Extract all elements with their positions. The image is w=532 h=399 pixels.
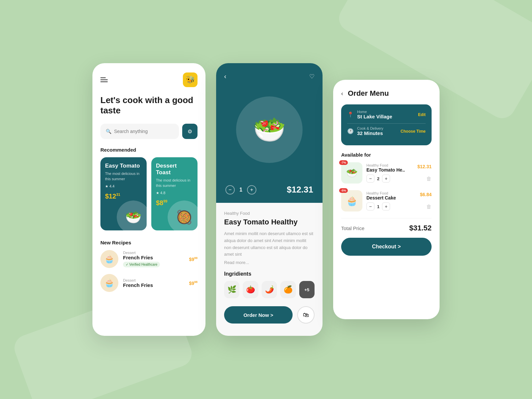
card1-desc: The most delicious in this summer: [105, 171, 142, 182]
search-icon: 🔍: [106, 129, 111, 134]
card1-title: Easy Tomato: [105, 163, 142, 169]
new-recipes-label: New Recipes: [100, 240, 198, 245]
location-row: 📍 Home St Lake Village Edit: [347, 110, 426, 119]
order-item2-name: Dessert Cake: [366, 195, 416, 200]
card2-emoji: 🥘: [168, 200, 198, 230]
quantity-increase[interactable]: +: [247, 185, 256, 195]
phone-order: ‹ Order Menu 📍 Home St Lake Village Edit…: [333, 80, 440, 319]
food-category: Healthy Food: [224, 211, 315, 216]
order-item2-info: Healthy Food Dessert Cake − 1 +: [366, 191, 416, 210]
filter-button[interactable]: ⚙: [182, 124, 198, 139]
menu-button[interactable]: [100, 77, 108, 82]
more-ingredients[interactable]: +5: [299, 281, 315, 298]
dish-display: 🥗: [216, 80, 323, 179]
bag-icon: 🛍: [303, 312, 309, 319]
order-header: ‹ Order Menu: [341, 89, 432, 98]
item2-decrease[interactable]: −: [366, 202, 374, 210]
item2-increase[interactable]: +: [382, 202, 390, 210]
recommended-cards: Easy Tomato The most delicious in this s…: [100, 157, 198, 230]
recipe1-image: 🧁: [100, 250, 118, 268]
ingredient-4: 🍊: [280, 281, 296, 298]
order-item1-name: Easy Tomato He..: [366, 167, 413, 173]
avatar-button[interactable]: 🐝: [183, 72, 198, 87]
location-icon: 📍: [347, 111, 354, 118]
available-label: Available for: [341, 152, 432, 158]
detail-nav: ‹ ♡: [216, 63, 323, 80]
food-card-1[interactable]: Easy Tomato The most delicious in this s…: [100, 157, 147, 230]
recipe1-name: French Fries: [123, 255, 184, 260]
recipe-item-2[interactable]: 🧁 Dessert French Fries $998: [100, 274, 198, 292]
search-box[interactable]: 🔍: [100, 124, 179, 139]
recipe-item-1[interactable]: 🧁 Dessert French Fries ✓ Verified Health…: [100, 250, 198, 268]
recommended-label: Recommended: [100, 147, 198, 153]
location-card: 📍 Home St Lake Village Edit 🕐 Cook & Del…: [341, 104, 432, 145]
delivery-label: Cook & Delivery: [357, 126, 397, 130]
search-row: 🔍 ⚙: [100, 124, 198, 139]
bag-button[interactable]: 🛍: [297, 306, 315, 324]
order-back-button[interactable]: ‹: [341, 90, 343, 97]
item1-delete-button[interactable]: 🗑: [426, 176, 432, 182]
item1-decrease[interactable]: −: [366, 175, 374, 183]
order-item1-info: Healthy Food Easy Tomato He.. − 2 +: [366, 163, 413, 183]
total-row: Total Price $31.52: [341, 224, 432, 232]
item1-increase[interactable]: +: [382, 175, 390, 183]
order-item1-category: Healthy Food: [366, 163, 413, 167]
total-divider: [341, 218, 432, 218]
detail-top: ‹ ♡ 🥗 − 1 + $12.31: [216, 63, 323, 203]
order-item2-discount: -5%: [339, 188, 348, 193]
recipe1-badge: ✓ Verified Healthcare: [123, 262, 160, 267]
recipe2-info: Dessert French Fries: [123, 278, 184, 288]
order-item2-image: 🧁 -5%: [341, 190, 362, 211]
card1-price: $1231: [105, 193, 142, 200]
home-header: 🐝: [100, 72, 198, 87]
order-now-button[interactable]: Order Now >: [224, 306, 293, 324]
total-label: Total Price: [341, 225, 364, 231]
item2-quantity: 1: [377, 204, 379, 209]
order-item1-price: $12.31: [417, 164, 432, 169]
recipe1-info: Dessert French Fries ✓ Verified Healthca…: [123, 251, 184, 267]
avatar-emoji: 🐝: [186, 75, 195, 84]
order-item2-emoji: 🧁: [346, 196, 358, 206]
checkout-button[interactable]: Checkout >: [341, 238, 432, 256]
quantity-value: 1: [239, 187, 242, 193]
recipe2-name: French Fries: [123, 282, 184, 288]
search-input[interactable]: [114, 129, 174, 134]
food-card-2[interactable]: Dessert Toast The most delicious in this…: [151, 157, 198, 230]
location-divider: [347, 123, 426, 124]
ingredients-list: 🌿 🍅 🌶️ 🍊 +5: [224, 281, 315, 298]
card1-image: 🥗: [117, 200, 147, 230]
back-button[interactable]: ‹: [224, 72, 226, 80]
quantity-decrease[interactable]: −: [225, 185, 235, 195]
order-item1-qty: − 2 +: [366, 175, 413, 183]
quantity-controls: − 1 +: [225, 185, 256, 195]
ingredient-1: 🌿: [224, 281, 239, 298]
delivery-row: 🕐 Cook & Delivery 32 Minutes Choose Time: [347, 126, 426, 136]
dish-price: $12.31: [287, 185, 313, 195]
food-name: Easy Tomato Healthy: [224, 218, 315, 226]
order-item1-emoji: 🥗: [346, 168, 358, 179]
ingredient-3: 🌶️: [262, 281, 277, 298]
ingredients-label: Ingridients: [224, 271, 315, 277]
delivery-text: Cook & Delivery 32 Minutes: [357, 126, 397, 136]
order-item2-category: Healthy Food: [366, 191, 416, 195]
card2-desc: The most delicious in this summer: [156, 178, 193, 188]
phone-home: 🐝 Let's cook with a good taste 🔍 ⚙ Recom…: [92, 63, 205, 336]
filter-icon: ⚙: [188, 128, 192, 135]
card2-title: Dessert Toast: [156, 163, 193, 176]
item2-delete-button[interactable]: 🗑: [426, 204, 432, 210]
order-item2-qty: − 1 +: [366, 202, 416, 210]
wishlist-button[interactable]: ♡: [309, 73, 315, 80]
food-description: Amet minim mollit non deserunt ullamco e…: [224, 230, 315, 258]
item1-quantity: 2: [377, 176, 379, 181]
order-item-1: 🥗 -7% Healthy Food Easy Tomato He.. − 2 …: [341, 162, 432, 184]
total-price: $31.52: [409, 224, 432, 232]
location-value: St Lake Village: [357, 114, 415, 119]
dish-image: 🥗: [236, 96, 303, 163]
choose-time-button[interactable]: Choose Time: [401, 129, 426, 134]
card1-emoji: 🥗: [117, 200, 147, 230]
read-more-link[interactable]: Read more...: [224, 260, 315, 265]
recipe2-price: $998: [189, 280, 198, 286]
location-label: Home: [357, 110, 415, 114]
edit-location-button[interactable]: Edit: [418, 112, 426, 117]
order-item1-discount: -7%: [339, 160, 348, 165]
